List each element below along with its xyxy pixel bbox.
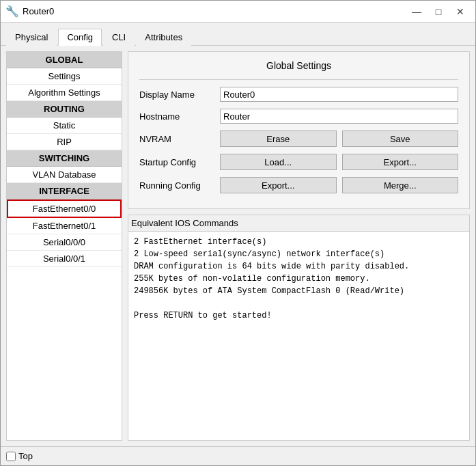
running-config-label: Running Config bbox=[139, 180, 214, 191]
nvram-label: NVRAM bbox=[139, 134, 214, 144]
sidebar-header-routing: ROUTING bbox=[7, 101, 122, 118]
sidebar-header-interface: INTERFACE bbox=[7, 183, 122, 200]
hostname-row: Hostname bbox=[139, 109, 458, 124]
right-panel: Global Settings Display Name Hostname NV… bbox=[128, 51, 470, 441]
tab-bar: Physical Config CLI Attributes bbox=[1, 23, 475, 46]
export-running-button[interactable]: Export... bbox=[220, 177, 337, 193]
ios-line-5: 249856K bytes of ATA System CompactFlash… bbox=[134, 285, 464, 297]
top-checkbox[interactable] bbox=[6, 452, 16, 461]
sidebar-header-switching: SWITCHING bbox=[7, 150, 122, 167]
close-button[interactable]: ✕ bbox=[451, 4, 470, 19]
startup-config-label: Startup Config bbox=[139, 157, 214, 167]
main-window: 🔧 Router0 — □ ✕ Physical Config CLI Attr… bbox=[0, 0, 476, 466]
display-name-row: Display Name bbox=[139, 87, 458, 102]
sidebar-item-vlan-database[interactable]: VLAN Database bbox=[7, 167, 122, 183]
sidebar-item-algorithm-settings[interactable]: Algorithm Settings bbox=[7, 85, 122, 101]
tab-cli[interactable]: CLI bbox=[103, 29, 135, 46]
sidebar-scroll[interactable]: GLOBAL Settings Algorithm Settings ROUTI… bbox=[7, 52, 122, 440]
tab-config[interactable]: Config bbox=[58, 29, 102, 46]
title-bar: 🔧 Router0 — □ ✕ bbox=[1, 1, 475, 23]
nvram-btn-group: Erase Save bbox=[220, 131, 458, 147]
hostname-input[interactable] bbox=[220, 109, 458, 124]
startup-config-btn-group: Load... Export... bbox=[220, 154, 458, 170]
top-checkbox-wrap: Top bbox=[6, 451, 33, 461]
app-icon: 🔧 bbox=[6, 5, 18, 18]
window-controls: — □ ✕ bbox=[407, 4, 470, 19]
hostname-label: Hostname bbox=[139, 111, 214, 122]
ios-line-3: DRAM configuration is 64 bits wide with … bbox=[134, 260, 464, 273]
tab-physical[interactable]: Physical bbox=[6, 29, 57, 46]
maximize-button[interactable]: □ bbox=[429, 4, 448, 19]
display-name-input[interactable] bbox=[220, 87, 458, 102]
ios-line-1: 2 FastEthernet interface(s) bbox=[134, 236, 464, 248]
ios-line-7: Press RETURN to get started! bbox=[134, 310, 464, 322]
display-name-label: Display Name bbox=[139, 90, 214, 100]
nvram-row: NVRAM Erase Save bbox=[139, 131, 458, 147]
startup-config-row: Startup Config Load... Export... bbox=[139, 154, 458, 170]
sidebar-item-serial000[interactable]: Serial0/0/0 bbox=[7, 234, 122, 251]
minimize-button[interactable]: — bbox=[407, 4, 426, 19]
main-content: GLOBAL Settings Algorithm Settings ROUTI… bbox=[1, 46, 475, 446]
sidebar-item-static[interactable]: Static bbox=[7, 118, 122, 134]
sidebar: GLOBAL Settings Algorithm Settings ROUTI… bbox=[6, 51, 122, 441]
running-config-row: Running Config Export... Merge... bbox=[139, 177, 458, 193]
tab-attributes[interactable]: Attributes bbox=[136, 29, 191, 46]
sidebar-header-global: GLOBAL bbox=[7, 52, 122, 68]
sidebar-item-serial001[interactable]: Serial0/0/1 bbox=[7, 251, 122, 267]
sidebar-item-rip[interactable]: RIP bbox=[7, 134, 122, 150]
top-checkbox-label: Top bbox=[18, 451, 33, 461]
running-config-btn-group: Export... Merge... bbox=[220, 177, 458, 193]
global-settings-box: Global Settings Display Name Hostname NV… bbox=[128, 51, 470, 209]
load-button[interactable]: Load... bbox=[220, 154, 337, 170]
sidebar-item-fastethernet01[interactable]: FastEthernet0/1 bbox=[7, 218, 122, 234]
sidebar-item-settings[interactable]: Settings bbox=[7, 68, 122, 85]
global-settings-title: Global Settings bbox=[139, 60, 458, 71]
sidebar-item-fastethernet00[interactable]: FastEthernet0/0 bbox=[7, 200, 122, 218]
ios-commands-box: Equivalent IOS Commands 2 FastEthernet i… bbox=[128, 215, 470, 441]
bottom-bar: Top bbox=[1, 446, 475, 465]
save-button[interactable]: Save bbox=[342, 131, 459, 147]
ios-line-6 bbox=[134, 297, 464, 310]
erase-button[interactable]: Erase bbox=[220, 131, 337, 147]
ios-line-2: 2 Low-speed serial(sync/async) network i… bbox=[134, 248, 464, 260]
export-startup-button[interactable]: Export... bbox=[342, 154, 459, 170]
window-title: Router0 bbox=[23, 6, 407, 16]
ios-commands-content[interactable]: 2 FastEthernet interface(s) 2 Low-speed … bbox=[128, 232, 469, 440]
ios-commands-title: Equivalent IOS Commands bbox=[128, 215, 469, 232]
ios-line-4: 255K bytes of non-volatile configuration… bbox=[134, 273, 464, 285]
merge-button[interactable]: Merge... bbox=[342, 177, 459, 193]
